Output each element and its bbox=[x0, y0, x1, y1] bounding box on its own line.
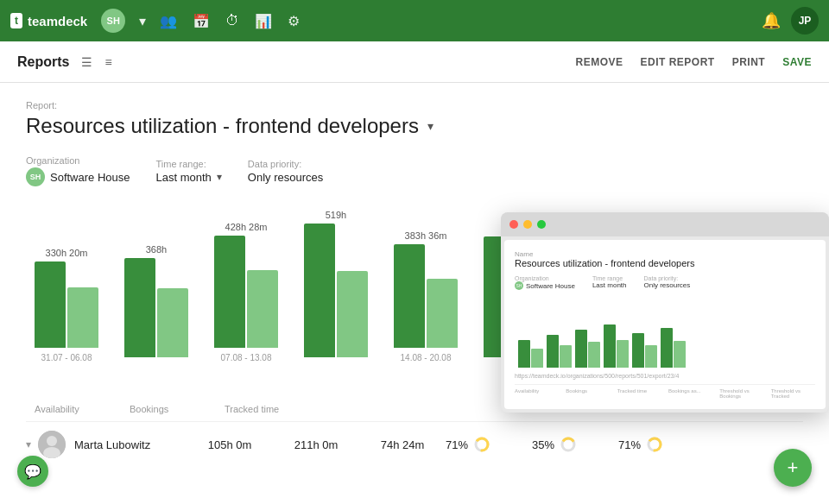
modal-content: Name Resources utilization - frontend de… bbox=[504, 240, 826, 409]
sub-header-left: Reports ☰ ≡ bbox=[17, 54, 112, 70]
mini-chart bbox=[515, 299, 815, 368]
table-row: ▾ Marta Lubowitz 105h 0m 211h 0m 74h 24m… bbox=[26, 421, 803, 467]
bar-top-label-0: 330h 20m bbox=[46, 248, 88, 258]
footer-col-4: Threshold vs Bookings bbox=[719, 388, 763, 399]
bar-wrapper-1 bbox=[124, 258, 188, 357]
sub-header: Reports ☰ ≡ REMOVE EDIT REPORT PRINT SAV… bbox=[0, 41, 829, 83]
clock-icon[interactable]: ⏱ bbox=[225, 13, 239, 28]
bar-wrapper-0 bbox=[35, 261, 98, 348]
modal-priority-value: Only resources bbox=[644, 281, 691, 289]
list-icon[interactable]: ≡ bbox=[104, 55, 111, 69]
bar-wrapper-2 bbox=[214, 236, 278, 348]
print-button[interactable]: PRINT bbox=[732, 56, 766, 68]
data-priority-text: Only resources bbox=[248, 171, 323, 184]
modal-org-label: Organization bbox=[515, 275, 575, 281]
footer-col-2: Tracked time bbox=[617, 388, 661, 399]
organization-value: SH Software House bbox=[26, 167, 130, 186]
close-dot[interactable] bbox=[509, 220, 518, 229]
mini-bar-group-2 bbox=[575, 330, 600, 368]
pct-donut-2 bbox=[560, 436, 577, 453]
pct-cell-3: 71% bbox=[618, 436, 705, 453]
data-priority-label: Data priority: bbox=[248, 159, 323, 169]
org-avatar: SH bbox=[26, 167, 45, 186]
mini-bar-group-0 bbox=[518, 340, 543, 368]
footer-col-1: Bookings bbox=[566, 388, 610, 399]
user-avatar-sm[interactable]: SH bbox=[101, 9, 125, 33]
report-title-row: Resources utilization - frontend develop… bbox=[26, 114, 803, 138]
time-range-arrow[interactable]: ▾ bbox=[217, 171, 222, 183]
bar-dark-1 bbox=[124, 258, 155, 357]
save-button[interactable]: SAVE bbox=[782, 56, 812, 68]
person-name: Marta Lubowitz bbox=[74, 438, 187, 451]
expand-arrow-icon[interactable]: ▾ bbox=[26, 438, 31, 450]
bar-date-2: 07.08 - 13.08 bbox=[221, 353, 272, 362]
mini-bar-group-3 bbox=[604, 324, 629, 368]
stat-availability: 105h 0m bbox=[187, 438, 273, 451]
time-range-value[interactable]: Last month ▾ bbox=[156, 171, 222, 184]
bar-dark-4 bbox=[394, 244, 425, 348]
brand-logo[interactable]: t teamdeck bbox=[10, 13, 87, 28]
modal-meta: Organization SH Software House Time rang… bbox=[515, 275, 815, 290]
notification-icon[interactable]: 🔔 bbox=[762, 11, 781, 30]
preview-modal: Name Resources utilization - frontend de… bbox=[501, 212, 829, 413]
stat-tracked-time: 74h 24m bbox=[359, 438, 446, 451]
chart-col-label-1: Bookings bbox=[130, 404, 225, 414]
chart-col-label-2: Tracked time bbox=[225, 404, 320, 414]
stat-bookings: 211h 0m bbox=[273, 438, 359, 451]
pct-cell-2: 35% bbox=[532, 436, 618, 453]
bar-date-4: 14.08 - 20.08 bbox=[401, 353, 452, 362]
bar-light-4 bbox=[427, 279, 458, 348]
mini-bar-group-1 bbox=[547, 335, 572, 368]
bar-top-label-1: 368h bbox=[146, 244, 167, 255]
modal-report-label: Name bbox=[515, 250, 815, 258]
settings-icon[interactable]: ⚙ bbox=[288, 13, 300, 29]
calendar-icon[interactable]: 📅 bbox=[193, 13, 210, 29]
bar-wrapper-3 bbox=[304, 224, 368, 357]
bar-date-0: 31.07 - 06.08 bbox=[41, 353, 92, 362]
modal-footer: AvailabilityBookingsTracked timeBookings… bbox=[515, 384, 815, 399]
modal-title: Resources utilization - frontend develop… bbox=[515, 258, 815, 268]
bar-light-2 bbox=[247, 270, 278, 348]
mini-bar-group-4 bbox=[632, 333, 657, 368]
report-title: Resources utilization - frontend develop… bbox=[26, 114, 419, 138]
bar-light-3 bbox=[337, 271, 368, 357]
footer-col-5: Threshold vs Tracked bbox=[771, 388, 815, 399]
data-priority-value: Only resources bbox=[248, 171, 323, 184]
people-icon[interactable]: 👥 bbox=[160, 13, 177, 29]
nav-right: 🔔 JP bbox=[762, 7, 819, 35]
modal-org-group: Organization SH Software House bbox=[515, 275, 575, 290]
filter-icon[interactable]: ☰ bbox=[81, 55, 92, 69]
edit-report-button[interactable]: EDIT REPORT bbox=[641, 56, 715, 68]
nav-left: t teamdeck SH ▾ 👥 📅 ⏱ 📊 ⚙ bbox=[10, 9, 300, 33]
chevron-icon[interactable]: ▾ bbox=[139, 13, 146, 29]
report-label: Report: bbox=[26, 100, 803, 110]
footer-col-0: Availability bbox=[515, 388, 559, 399]
mini-bar-group-5 bbox=[661, 328, 686, 368]
bar-top-label-2: 428h 28m bbox=[225, 222, 268, 232]
user-avatar-main[interactable]: JP bbox=[791, 7, 819, 35]
remove-button[interactable]: REMOVE bbox=[576, 56, 623, 68]
pct-cell-1: 71% bbox=[446, 436, 532, 453]
minimize-dot[interactable] bbox=[523, 220, 532, 229]
brand-icon: t bbox=[10, 13, 22, 28]
chart-icon[interactable]: 📊 bbox=[255, 13, 272, 29]
bar-light-0 bbox=[67, 287, 98, 348]
modal-priority-group: Data priority: Only resources bbox=[644, 275, 691, 290]
brand-name: teamdeck bbox=[28, 14, 87, 28]
filter-data-priority: Data priority: Only resources bbox=[248, 159, 323, 184]
modal-org-dot: SH bbox=[515, 281, 523, 290]
maximize-dot[interactable] bbox=[537, 220, 546, 229]
chat-fab[interactable]: 💬 bbox=[17, 456, 48, 487]
add-fab[interactable]: + bbox=[774, 449, 812, 487]
modal-titlebar bbox=[501, 212, 829, 236]
bar-dark-3 bbox=[304, 224, 335, 357]
filter-time-range: Time range: Last month ▾ bbox=[156, 159, 222, 184]
time-range-label: Time range: bbox=[156, 159, 222, 169]
report-dropdown-arrow[interactable]: ▾ bbox=[427, 119, 433, 133]
time-range-text: Last month bbox=[156, 171, 212, 184]
pct-donut-1 bbox=[473, 436, 490, 453]
bar-dark-0 bbox=[35, 261, 66, 348]
organization-name: Software House bbox=[50, 171, 130, 184]
modal-time-group: Time range Last month bbox=[592, 275, 627, 290]
sub-header-right: REMOVE EDIT REPORT PRINT SAVE bbox=[576, 56, 812, 68]
